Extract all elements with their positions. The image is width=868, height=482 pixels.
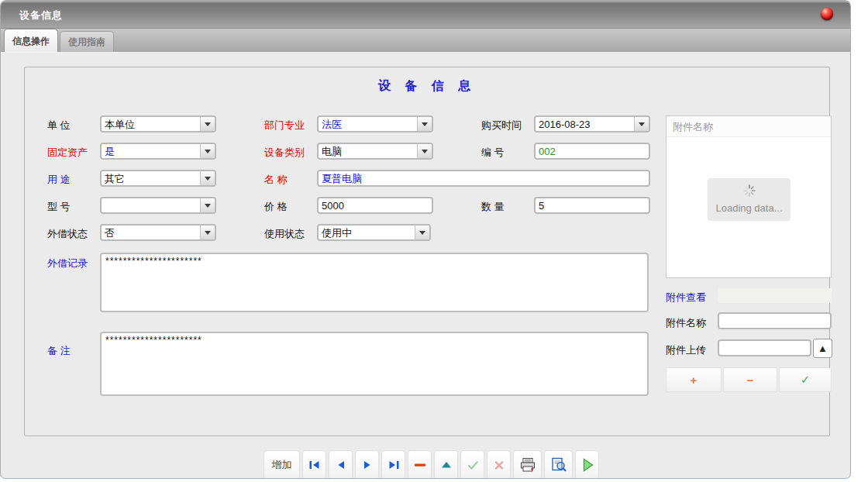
dropdown-arrow-icon[interactable]: [417, 144, 432, 158]
model-combobox[interactable]: [100, 197, 216, 214]
attachment-grid-header: 附件名称: [666, 116, 831, 137]
serial-value: 002: [536, 145, 559, 157]
window-title: 设备信息: [19, 9, 63, 22]
tab-usage-guide[interactable]: 使用指南: [60, 31, 114, 52]
use-status-combobox[interactable]: 使用中: [317, 224, 431, 241]
usage-value: 其它: [102, 171, 200, 185]
dropdown-arrow-icon[interactable]: [200, 171, 215, 185]
attachment-name-input[interactable]: [718, 312, 832, 329]
preview-magnifier-icon: [549, 457, 568, 473]
attachment-confirm-button[interactable]: ✓: [779, 367, 832, 392]
unit-combobox[interactable]: 本单位: [100, 115, 216, 133]
prev-record-icon: [336, 460, 346, 470]
dropdown-arrow-icon[interactable]: [200, 144, 215, 158]
loading-indicator: Loading data...: [708, 178, 790, 221]
run-button[interactable]: [575, 450, 599, 479]
dropdown-arrow-icon[interactable]: [417, 117, 432, 131]
label-price: 价 格: [264, 200, 288, 214]
next-record-icon: [362, 460, 373, 470]
nav-last-button[interactable]: [381, 450, 405, 479]
loan-record-textarea[interactable]: **********************: [100, 253, 649, 312]
attachment-upload-label: 附件上传: [666, 343, 706, 357]
dropdown-arrow-icon[interactable]: [634, 117, 649, 131]
label-usage: 用 途: [47, 173, 71, 187]
serial-input[interactable]: 002: [534, 143, 650, 160]
spinner-icon: [742, 184, 756, 198]
upload-triangle-icon: ▲: [818, 343, 828, 354]
name-value: 夏普电脑: [319, 172, 365, 184]
label-quantity: 数 量: [481, 200, 505, 214]
dropdown-arrow-icon[interactable]: [200, 226, 215, 239]
category-combobox[interactable]: 电脑: [317, 143, 433, 160]
use-status-value: 使用中: [319, 226, 415, 239]
category-value: 电脑: [319, 144, 417, 158]
label-category: 设备类别: [264, 146, 305, 160]
preview-button[interactable]: [544, 450, 573, 479]
department-value: 法医: [319, 117, 417, 131]
check-icon: ✓: [801, 373, 811, 387]
attachment-view-link[interactable]: 附件查看: [666, 291, 706, 305]
quantity-value: 5: [536, 199, 549, 212]
attachment-remove-button[interactable]: −: [723, 367, 777, 392]
upload-button[interactable]: ▲: [813, 339, 832, 358]
label-use-status: 使用状态: [264, 227, 305, 241]
first-record-icon: [308, 460, 321, 470]
label-department: 部门专业: [264, 119, 305, 133]
attachment-view-field: [718, 288, 832, 303]
delete-record-button[interactable]: [408, 450, 432, 479]
nav-next-button[interactable]: [355, 450, 379, 479]
label-remarks: 备 注: [47, 344, 71, 358]
quantity-input[interactable]: 5: [534, 197, 650, 214]
dropdown-arrow-icon[interactable]: [200, 198, 215, 212]
tab-strip: 信息操作 使用指南: [1, 29, 850, 53]
print-button[interactable]: [513, 450, 542, 479]
label-loan-record: 外借记录: [47, 256, 88, 270]
post-record-button[interactable]: [460, 450, 484, 479]
edit-record-button[interactable]: [434, 450, 458, 479]
label-model: 型 号: [47, 200, 71, 214]
loan-record-value: **********************: [105, 256, 202, 267]
model-value: [102, 198, 200, 212]
equipment-info-window: 设备信息 信息操作 使用指南 设 备 信 息 单 位 本单位 部门专业 法医 购…: [0, 0, 851, 479]
tab-info-operation[interactable]: 信息操作: [4, 29, 58, 52]
label-purchase-date: 购买时间: [481, 119, 522, 133]
fixed-asset-combobox[interactable]: 是: [100, 143, 216, 160]
plus-icon: +: [691, 374, 698, 387]
unit-value: 本单位: [102, 117, 200, 131]
loan-status-combobox[interactable]: 否: [100, 224, 216, 241]
nav-first-button[interactable]: [302, 450, 326, 479]
printer-icon: [518, 457, 537, 473]
name-input[interactable]: 夏普电脑: [317, 170, 650, 187]
delete-minus-icon: [414, 460, 426, 470]
purchase-date-combobox[interactable]: 2016-08-23: [534, 115, 650, 133]
post-check-icon: [467, 460, 479, 470]
price-input[interactable]: 5000: [317, 197, 433, 214]
last-record-icon: [388, 460, 400, 470]
label-name: 名 称: [264, 173, 288, 187]
attachment-name-label: 附件名称: [666, 316, 706, 330]
cancel-record-button[interactable]: [487, 450, 511, 479]
remarks-textarea[interactable]: **********************: [100, 332, 649, 396]
record-toolbar: 增加: [264, 450, 599, 479]
remarks-value: **********************: [105, 335, 202, 346]
dropdown-arrow-icon[interactable]: [200, 117, 215, 131]
attachment-upload-input[interactable]: [718, 339, 811, 356]
department-combobox[interactable]: 法医: [317, 115, 433, 133]
add-record-button[interactable]: 增加: [264, 450, 300, 479]
tab-label: 信息操作: [12, 36, 50, 46]
dropdown-arrow-icon[interactable]: [415, 226, 429, 239]
fixed-asset-value: 是: [102, 144, 200, 158]
price-value: 5000: [319, 199, 349, 212]
red-status-orb-icon[interactable]: [821, 8, 833, 20]
usage-combobox[interactable]: 其它: [100, 170, 216, 187]
attachment-grid[interactable]: 附件名称 Loading data...: [666, 115, 832, 278]
edit-up-triangle-icon: [440, 460, 453, 470]
tab-label: 使用指南: [68, 36, 105, 47]
loan-status-value: 否: [102, 226, 200, 239]
label-loan-status: 外借状态: [47, 227, 88, 241]
label-serial: 编 号: [481, 146, 505, 160]
titlebar: 设备信息: [1, 1, 850, 29]
attachment-add-button[interactable]: +: [666, 367, 722, 392]
form-title: 设 备 信 息: [24, 78, 830, 95]
nav-prev-button[interactable]: [329, 450, 353, 479]
